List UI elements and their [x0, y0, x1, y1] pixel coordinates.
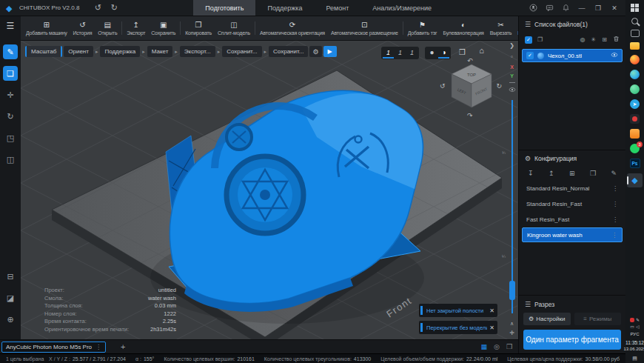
rotate-down-icon[interactable]: ↷ — [467, 112, 473, 119]
toolbar-copy[interactable]: ❐Копировать — [182, 16, 215, 40]
locate-icon[interactable]: ⊕ — [3, 312, 18, 327]
download-profile-icon[interactable]: ↧ — [528, 170, 534, 177]
slice-single-param-button[interactable]: Один параметр фрагмента — [523, 330, 621, 350]
edit-profile-icon[interactable]: ✎ — [611, 170, 617, 177]
toolbar-export[interactable]: ↥Экспорт — [124, 16, 148, 40]
workflow-step-save1[interactable]: Сохранит... — [222, 46, 261, 57]
profile-kebab-icon[interactable]: ⋮ — [612, 201, 618, 207]
photoshop-icon[interactable]: Ps — [630, 159, 640, 168]
toolbar-split-model[interactable]: ◫Сплит-модель — [215, 16, 253, 40]
toolbar-auto-orientation[interactable]: ⟳Автоматическая ориентация — [257, 16, 328, 40]
profile-kebab-icon[interactable]: ⋮ — [611, 232, 617, 239]
profile-kingroon-water-wash[interactable]: Kingroon water wash ⋮ — [522, 227, 623, 242]
collapse-panel-icon[interactable]: ❯ — [509, 42, 514, 49]
visibility-icon[interactable]: ◍ — [580, 36, 586, 43]
media-app-icon[interactable] — [630, 114, 640, 124]
eraser-icon[interactable]: ◪ — [3, 290, 18, 305]
chitubox-taskbar-icon[interactable]: ◆ — [627, 173, 643, 187]
task-view-icon[interactable] — [631, 30, 640, 37]
slice-settings-button[interactable]: ⚙ Настройки — [523, 313, 571, 325]
workflow-step-export[interactable]: Экспорт... — [180, 46, 215, 57]
toolbar-save[interactable]: ▣Сохранить — [148, 16, 178, 40]
tray-red-app-icon[interactable] — [630, 318, 634, 322]
printer-tab[interactable]: AnyCubic Photon Mono M5s Pro ⋮ — [1, 342, 106, 353]
tab-repair[interactable]: Ремонт — [314, 0, 360, 16]
workflow-step-layout[interactable]: Макет — [147, 46, 173, 57]
axis-y-toggle[interactable]: Y — [510, 73, 514, 79]
file-explorer-icon[interactable] — [630, 42, 640, 50]
firefox-icon[interactable] — [630, 55, 640, 64]
feedback-icon[interactable] — [543, 2, 556, 14]
add-file-icon[interactable]: ⊞ — [602, 36, 607, 43]
scale-tool-icon[interactable]: ◳ — [3, 130, 18, 145]
account-icon[interactable] — [526, 2, 540, 14]
start-button-icon[interactable] — [631, 4, 640, 13]
tab-prepare[interactable]: Подготовить — [193, 0, 255, 16]
home-view-icon[interactable]: ⌂ — [479, 46, 484, 55]
notifications-bell-icon[interactable] — [559, 2, 572, 14]
file-visibility-eye-icon[interactable] — [611, 52, 618, 59]
view-mode-1-icon[interactable]: 1 — [383, 47, 394, 59]
profile-kebab-icon[interactable]: ⋮ — [612, 185, 618, 192]
tab-analyze-measure[interactable]: Анализ/Измерение — [360, 0, 443, 16]
bounds-icon[interactable]: ❒ — [506, 343, 512, 350]
delete-trash-icon[interactable] — [613, 36, 620, 44]
view-mode-3-icon[interactable]: 1 — [406, 47, 417, 59]
viewport-3d[interactable]: Front — [21, 41, 518, 339]
minimize-icon[interactable]: — — [575, 2, 588, 14]
shading-solid-icon[interactable]: ● — [426, 47, 437, 59]
file-row-chehol[interactable]: ✓ Чехол_00.stl — [522, 49, 623, 62]
toolbar-add-machine[interactable]: ⊞Добавить машину — [23, 16, 70, 40]
view-mode-2-icon[interactable]: 1 — [395, 47, 406, 59]
orange-files-icon[interactable] — [630, 129, 640, 139]
visibility-eye-icon[interactable] — [509, 87, 516, 94]
clock-time[interactable]: 11:35:12 — [625, 340, 644, 345]
workflow-run-button[interactable]: ▶ — [323, 46, 337, 57]
workflow-step-scale[interactable]: Масштаб — [25, 46, 62, 57]
undo-icon[interactable]: ↺ — [90, 3, 106, 13]
toolbar-cut[interactable]: ✂Вырезать — [487, 16, 515, 40]
toast-close-icon[interactable]: ✕ — [487, 324, 494, 331]
rotate-right-icon[interactable]: ↻ — [496, 82, 502, 90]
workflow-step-support[interactable]: Поддержка — [100, 46, 140, 57]
display-tray-icon[interactable]: ▭ — [630, 324, 634, 329]
restore-icon[interactable]: ❐ — [591, 2, 605, 14]
plate-grid-icon[interactable]: ▦ — [481, 343, 488, 350]
chevron-up-icon[interactable]: ∧ — [510, 321, 514, 327]
file-checkbox[interactable]: ✓ — [526, 52, 534, 59]
pen-input-icon[interactable]: ✎ — [636, 317, 640, 322]
rotate-up-icon[interactable]: ↶ — [467, 57, 473, 64]
language-indicator[interactable]: РУС — [630, 332, 639, 336]
group-icon[interactable]: ❐ — [537, 36, 543, 43]
whatsapp-icon[interactable]: 3 — [630, 144, 640, 153]
rotate-tool-icon[interactable]: ↻ — [3, 109, 18, 124]
navigation-cube[interactable]: TOP LEFT FRONT ↶ ↺ ↻ ↷ — [443, 60, 500, 116]
edge-browser-icon[interactable] — [630, 70, 640, 79]
support-pen-tool-icon[interactable]: ✎ — [3, 44, 18, 59]
toast-close-icon[interactable]: ✕ — [487, 307, 494, 314]
layer-slider-handle[interactable] — [509, 281, 515, 300]
mirror-tool-icon[interactable]: ◫ — [3, 152, 18, 167]
upload-profile-icon[interactable]: ↥ — [549, 170, 554, 177]
add-profile-icon[interactable]: ⊞ — [569, 170, 575, 177]
preview-icon[interactable]: ◎ — [494, 343, 500, 350]
slice-modes-button[interactable]: ≡ Режимы — [574, 313, 622, 325]
close-icon[interactable]: ✕ — [608, 2, 621, 14]
search-icon[interactable] — [631, 18, 638, 24]
transform-icon[interactable]: ✛ — [509, 330, 514, 336]
shading-transparent-icon[interactable]: ◑ — [438, 47, 449, 59]
clock-date[interactable]: 13.06.2025 — [623, 347, 644, 351]
profile-standard-resin-normal[interactable]: Standard Resin_Normal ⋮ — [522, 181, 623, 196]
volume-tray-icon[interactable]: ◁ — [636, 324, 640, 329]
profile-standard-resin-fast[interactable]: Standard Resin_Fast ⋮ — [522, 196, 623, 211]
profile-fast-resin-fast[interactable]: Fast Resin_Fast ⋮ — [522, 212, 623, 227]
select-all-checkbox[interactable]: ✓ — [525, 36, 532, 44]
frame-icon[interactable]: ▫ — [511, 53, 513, 60]
move-tool-icon[interactable]: ✛ — [3, 87, 18, 102]
axis-x-toggle[interactable]: X — [510, 64, 514, 70]
printer-menu-kebab-icon[interactable]: ⋮ — [95, 344, 101, 350]
profile-kebab-icon[interactable]: ⋮ — [612, 216, 618, 223]
toolbar-auto-placement[interactable]: ⊡Автоматическое размещение — [328, 16, 401, 40]
notification-center-icon[interactable]: ▤ — [632, 356, 637, 362]
workflow-step-orient[interactable]: Ориент — [64, 46, 93, 57]
